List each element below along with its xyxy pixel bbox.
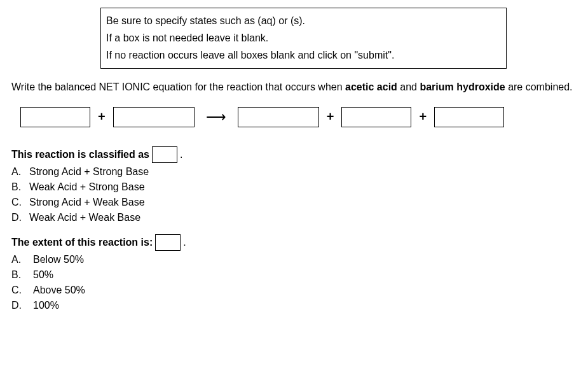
prompt-tail: are combined. xyxy=(505,81,573,92)
option-letter-b: B. xyxy=(11,267,33,283)
classification-option-a: Strong Acid + Strong Base xyxy=(29,164,149,179)
classification-option-b: Weak Acid + Strong Base xyxy=(29,179,145,195)
extent-line: The extent of this reaction is: . xyxy=(11,234,577,251)
instruction-box: Be sure to specify states such as (aq) o… xyxy=(100,8,507,69)
extent-period: . xyxy=(183,237,186,248)
classification-option-d: Weak Acid + Weak Base xyxy=(29,210,140,225)
reactant-1-input[interactable] xyxy=(20,107,90,127)
reagent-2: barium hydroxide xyxy=(420,81,505,92)
extent-label: The extent of this reaction is: xyxy=(11,237,153,248)
option-letter-a: A. xyxy=(11,252,33,267)
option-letter-b: B. xyxy=(11,179,29,195)
reagent-1: acetic acid xyxy=(345,81,397,92)
instruction-line-1: Be sure to specify states such as (aq) o… xyxy=(106,12,501,29)
product-2-input[interactable] xyxy=(341,107,411,127)
instruction-line-2: If a box is not needed leave it blank. xyxy=(106,29,501,46)
plus-symbol-2: + xyxy=(324,109,337,124)
extent-option-a: Below 50% xyxy=(33,252,84,267)
classification-input[interactable] xyxy=(152,146,177,163)
extent-option-b: 50% xyxy=(33,267,53,283)
equation-row: + ⟶ + + xyxy=(20,107,577,127)
option-letter-d: D. xyxy=(11,210,29,225)
classification-line: This reaction is classified as . xyxy=(11,146,577,163)
prompt-mid: and xyxy=(397,81,420,92)
classification-option-c: Strong Acid + Weak Base xyxy=(29,195,145,210)
plus-symbol-1: + xyxy=(95,109,108,124)
extent-option-d: 100% xyxy=(33,298,59,313)
classification-options: A.Strong Acid + Strong Base B.Weak Acid … xyxy=(11,164,577,225)
extent-options: A.Below 50% B.50% C.Above 50% D.100% xyxy=(11,252,577,313)
instruction-line-3: If no reaction occurs leave all boxes bl… xyxy=(106,46,501,64)
option-letter-c: C. xyxy=(11,283,33,298)
option-letter-c: C. xyxy=(11,195,29,210)
arrow-symbol: ⟶ xyxy=(200,109,233,125)
classification-label: This reaction is classified as xyxy=(11,149,149,160)
classification-period: . xyxy=(180,149,182,160)
extent-input[interactable] xyxy=(155,234,181,251)
prompt-lead: Write the balanced NET IONIC equation fo… xyxy=(11,81,345,92)
product-1-input[interactable] xyxy=(238,107,319,127)
question-prompt: Write the balanced NET IONIC equation fo… xyxy=(11,80,577,94)
option-letter-d: D. xyxy=(11,298,33,313)
product-3-input[interactable] xyxy=(434,107,504,127)
option-letter-a: A. xyxy=(11,164,29,179)
reactant-2-input[interactable] xyxy=(113,107,195,127)
extent-option-c: Above 50% xyxy=(33,283,85,298)
plus-symbol-3: + xyxy=(416,109,429,124)
